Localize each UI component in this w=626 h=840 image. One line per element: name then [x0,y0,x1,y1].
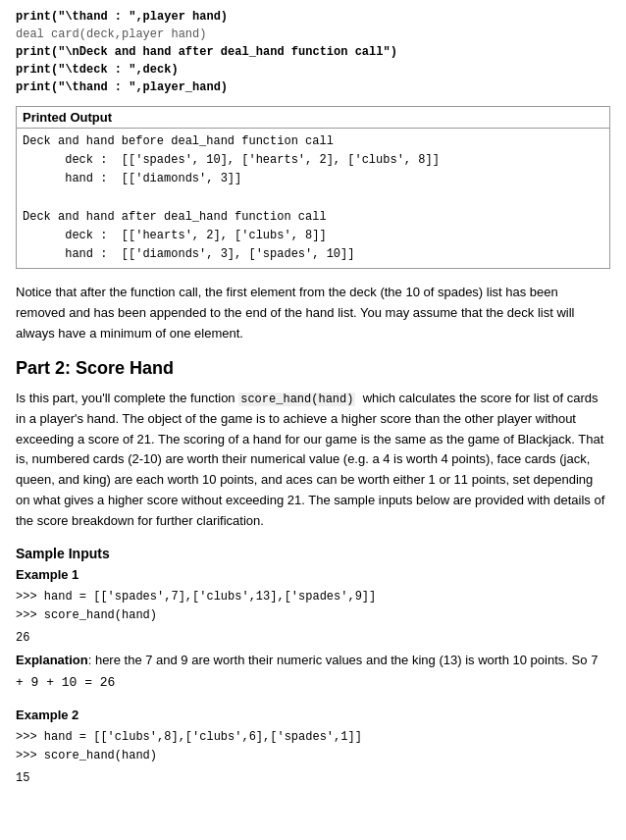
sample-inputs-heading: Sample Inputs [16,546,610,561]
example-1-code: >>> hand = [['spades',7],['clubs',13],['… [16,588,610,625]
example-2-label: Example 2 [16,708,610,722]
example-1-result: 26 [16,631,610,645]
code-top: print("\thand : ",player hand) deal card… [16,8,610,96]
example-1-block: Example 1 >>> hand = [['spades',7],['clu… [16,567,610,694]
explanation-bold-1: Explanation [16,653,88,667]
example-2-block: Example 2 >>> hand = [['clubs',8],['club… [16,708,610,785]
code-line-1: print("\thand : ",player hand) [16,10,228,24]
output-box: Printed Output Deck and hand before deal… [16,106,610,269]
code-line-3: print("\nDeck and hand after deal_hand f… [16,45,397,59]
part2-heading: Part 2: Score Hand [16,358,610,379]
example-1-explanation: Explanation: here the 7 and 9 are worth … [16,651,610,694]
code-line-4: print("\tdeck : ",deck) [16,63,179,77]
code-line-5: print("\thand : ",player_hand) [16,80,228,94]
output-header: Printed Output [17,107,609,129]
code-line-2: deal card(deck,player hand) [16,27,206,41]
example-2-result: 15 [16,771,610,785]
score-hand-inline-code: score_hand(hand) [238,393,355,406]
example-2-code: >>> hand = [['clubs',8],['clubs',6],['sp… [16,728,610,765]
math-1: 7 + 9 + 10 = 26 [16,654,599,690]
example-1-label: Example 1 [16,567,610,582]
notice-text: Notice that after the function call, the… [16,283,610,343]
output-content: Deck and hand before deal_hand function … [17,129,609,268]
part2-body: Is this part, you'll complete the functi… [16,389,610,532]
